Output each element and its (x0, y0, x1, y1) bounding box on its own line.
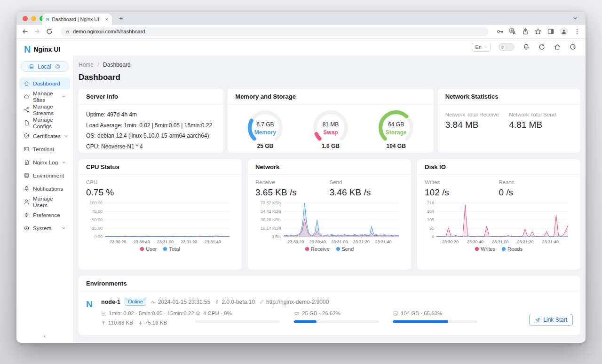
disk-progress (393, 320, 477, 323)
os-line: OS: debian 12.4 (linux 5.10.0-15-arm64 a… (86, 132, 216, 139)
card-title: CPU Status (79, 159, 242, 175)
node-cpu: 4 CPU · 0% (203, 310, 232, 316)
password-key-icon[interactable] (496, 28, 504, 35)
svg-text:36.28 KB/s: 36.28 KB/s (261, 217, 282, 222)
minimize-window-button[interactable] (31, 16, 36, 21)
node-load: 1min: 0.02 · 5min:0.05 · 15min:0.22 (109, 310, 194, 316)
svg-text:23:30:20: 23:30:20 (287, 240, 304, 244)
cpu-stat: CPU 0.75 % (86, 179, 160, 198)
node-url[interactable]: http://nginx-demo-2:9000 (259, 299, 329, 305)
sidebar-item-nginx-log[interactable]: Nginx Log (19, 156, 70, 168)
restart-icon[interactable] (538, 43, 546, 51)
svg-text:218: 218 (427, 201, 434, 205)
side-panel-icon[interactable] (547, 28, 554, 35)
share-alt-icon (24, 107, 30, 113)
sidebar-item-preference[interactable]: Preference (19, 209, 70, 221)
browser-toolbar: demo.nginxui.com/#/dashboard (16, 25, 586, 39)
sidebar-item-manage-configs[interactable]: Manage Configs (19, 117, 70, 129)
link-start-button[interactable]: Link Start (529, 314, 573, 326)
disk-io-chart: 21816410955023:30:2023:30:4023:31:0023:3… (425, 201, 573, 246)
share-icon[interactable] (522, 28, 529, 35)
sidebar-item-certificates[interactable]: Certificates (19, 130, 70, 142)
sidebar-item-manage-sites[interactable]: Manage Sites (19, 91, 70, 102)
bookmark-star-icon[interactable] (534, 28, 542, 35)
sidebar-item-environment[interactable]: Environment (19, 170, 70, 181)
legend-dot (336, 247, 340, 251)
language-select[interactable]: En (472, 43, 491, 52)
cpu-progress (195, 320, 280, 323)
node-cpu-column: 4 CPU · 0% (195, 310, 294, 329)
sidebar-item-dashboard[interactable]: Dashboard (19, 77, 70, 89)
sidebar: N Nginx UI Local Dashboard Manage Sites (16, 39, 73, 342)
translate-icon[interactable] (509, 28, 516, 35)
svg-text:23:31:40: 23:31:40 (542, 240, 559, 244)
chevron-down-icon (62, 94, 66, 99)
svg-text:23:31:20: 23:31:20 (353, 240, 370, 244)
reload-icon[interactable] (46, 28, 53, 35)
url-text: demo.nginxui.com/#/dashboard (73, 29, 145, 34)
chevron-down-icon (62, 160, 66, 164)
terminal-icon (24, 146, 30, 152)
sidebar-item-label: Certificates (33, 133, 61, 139)
card-title: Environments (79, 276, 580, 291)
sidebar-item-manage-streams[interactable]: Manage Streams (19, 104, 70, 116)
cloud-icon (24, 93, 30, 100)
network-card: Network Receive 3.65 KB /s Send 3.46 KB … (248, 159, 411, 270)
card-title: Disk IO (417, 159, 580, 175)
network-total-send-stat: Network Total Send 4.81 MB (509, 112, 573, 130)
gauge-label: Swap (311, 129, 350, 136)
theme-toggle[interactable] (499, 43, 515, 51)
svg-text:23:31:00: 23:31:00 (492, 240, 508, 244)
browser-tab[interactable]: N Dashboard | Nginx UI × (42, 14, 112, 25)
logout-power-icon[interactable] (569, 43, 577, 51)
server-info-card: Server Info Uptime: 497d 4h 4m Load Aver… (79, 89, 223, 153)
send-stat: Send 3.46 KB /s (330, 179, 404, 198)
status-badge: Online (125, 298, 146, 306)
svg-text:0.00: 0.00 (94, 234, 103, 239)
notifications-bell-icon[interactable] (523, 43, 530, 51)
card-title: Server Info (79, 89, 223, 104)
svg-text:23:30:20: 23:30:20 (442, 240, 459, 244)
sidebar-item-notifications[interactable]: Notifications (19, 183, 70, 194)
sidebar-item-label: Manage Streams (33, 103, 66, 116)
line-chart-icon (101, 310, 107, 316)
gauge-used-value: 81 MB (311, 121, 350, 128)
legend-dot (502, 247, 506, 251)
lock-icon (65, 29, 70, 34)
reconnect-icon[interactable] (55, 63, 61, 70)
new-tab-button[interactable]: + (116, 14, 126, 23)
browser-menu-icon[interactable] (573, 28, 581, 35)
url-bar[interactable]: demo.nginxui.com/#/dashboard (61, 27, 489, 36)
file-text-icon (24, 159, 30, 165)
svg-text:55: 55 (429, 226, 434, 231)
node-version: 2.0.0-beta.10 (214, 299, 255, 305)
sidebar-item-manage-users[interactable]: Manage Users (19, 196, 70, 208)
gauge-used-value: 64 GB (376, 121, 416, 128)
app-header: En (73, 39, 586, 55)
svg-text:0: 0 (432, 234, 434, 239)
svg-text:23:31:40: 23:31:40 (375, 240, 391, 244)
forward-icon[interactable] (33, 28, 41, 35)
sidebar-item-system[interactable]: System (19, 222, 70, 234)
close-window-button[interactable] (23, 16, 28, 21)
breadcrumb-home[interactable]: Home (79, 62, 94, 68)
legend-dot (140, 247, 144, 251)
disk-io-card: Disk IO Writes 102 /s Reads 0 /s (417, 159, 580, 270)
profile-avatar[interactable] (560, 27, 568, 36)
svg-text:0 B/s: 0 B/s (271, 234, 281, 239)
svg-text:54.42 KB/s: 54.42 KB/s (261, 209, 282, 214)
chevron-down-icon (62, 226, 66, 230)
back-icon[interactable] (21, 28, 29, 35)
network-total-receive-stat: Network Total Receive 3.84 MB (445, 112, 509, 130)
node-selector[interactable]: Local (21, 61, 69, 72)
tab-close-icon[interactable]: × (105, 16, 108, 22)
sidebar-item-terminal[interactable]: Terminal (19, 143, 70, 155)
svg-text:109: 109 (427, 217, 434, 222)
home-icon[interactable] (554, 43, 561, 51)
page-title: Dashboard (79, 73, 580, 82)
cpu-status-card: CPU Status CPU 0.75 % 100.0075.0050.0025… (79, 159, 242, 270)
node-download: 75.16 KB (145, 320, 167, 325)
tab-search-chevron-icon[interactable] (572, 15, 578, 21)
sidebar-collapse-button[interactable]: ‹ (16, 333, 73, 339)
database-icon (29, 64, 34, 70)
